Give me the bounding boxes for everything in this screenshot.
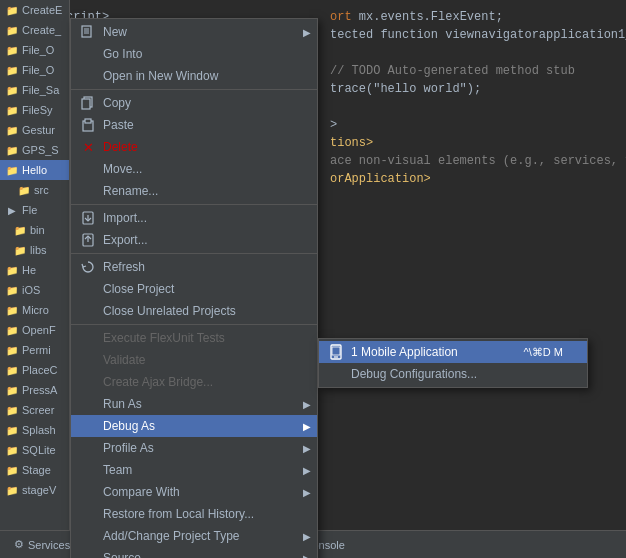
blank-icon [79,483,97,501]
blank-icon [79,45,97,63]
blank-icon [79,417,97,435]
submenu-arrow-active-icon: ▶ [303,421,311,432]
separator-4 [71,324,317,325]
separator-3 [71,253,317,254]
blank-icon [79,329,97,347]
svg-rect-14 [332,347,340,355]
blank-icon [79,549,97,558]
menu-item-paste[interactable]: Paste [71,114,317,136]
menu-item-refresh[interactable]: Refresh [71,256,317,278]
blank-icon [79,395,97,413]
export-icon [79,231,97,249]
debug-as-submenu: 1 Mobile Application ^\⌘D M Debug Config… [318,338,588,388]
blank-icon [79,461,97,479]
shortcut-label: ^\⌘D M [524,346,563,359]
context-menu-overlay: New ▶ Go Into Open in New Window Copy Pa… [0,0,626,558]
menu-item-open-new-window[interactable]: Open in New Window [71,65,317,87]
blank-icon [79,439,97,457]
copy-icon [79,94,97,112]
refresh-icon [79,258,97,276]
paste-icon [79,116,97,134]
submenu-arrow-icon: ▶ [303,531,311,542]
menu-item-import[interactable]: Import... [71,207,317,229]
submenu-arrow-icon: ▶ [303,443,311,454]
submenu-arrow-icon: ▶ [303,27,311,38]
svg-rect-5 [82,99,90,109]
blank-icon [327,365,345,383]
menu-item-move[interactable]: Move... [71,158,317,180]
blank-icon [79,505,97,523]
blank-icon [79,373,97,391]
menu-item-new[interactable]: New ▶ [71,21,317,43]
blank-icon [79,280,97,298]
mobile-app-icon [327,343,345,361]
menu-item-go-into[interactable]: Go Into [71,43,317,65]
submenu-arrow-icon: ▶ [303,399,311,410]
menu-item-profile-as[interactable]: Profile As ▶ [71,437,317,459]
svg-rect-7 [85,119,91,123]
menu-item-rename[interactable]: Rename... [71,180,317,202]
menu-item-delete[interactable]: ✕ Delete [71,136,317,158]
menu-item-restore-history[interactable]: Restore from Local History... [71,503,317,525]
delete-icon: ✕ [79,138,97,156]
menu-item-team[interactable]: Team ▶ [71,459,317,481]
menu-item-validate: Validate [71,349,317,371]
blank-icon [79,302,97,320]
menu-item-close-project[interactable]: Close Project [71,278,317,300]
menu-item-copy[interactable]: Copy [71,92,317,114]
blank-icon [79,182,97,200]
menu-item-source[interactable]: Source ▶ [71,547,317,558]
submenu-arrow-icon: ▶ [303,465,311,476]
blank-icon [79,351,97,369]
menu-item-compare-with[interactable]: Compare With ▶ [71,481,317,503]
submenu-item-mobile-app[interactable]: 1 Mobile Application ^\⌘D M [319,341,587,363]
submenu-arrow-icon: ▶ [303,487,311,498]
separator-2 [71,204,317,205]
submenu-arrow-icon: ▶ [303,553,311,559]
menu-item-close-unrelated[interactable]: Close Unrelated Projects [71,300,317,322]
separator-1 [71,89,317,90]
menu-item-ajax-bridge: Create Ajax Bridge... [71,371,317,393]
menu-item-run-as[interactable]: Run As ▶ [71,393,317,415]
blank-icon [79,160,97,178]
new-icon [79,23,97,41]
import-icon [79,209,97,227]
blank-icon [79,527,97,545]
menu-item-flexunit: Execute FlexUnit Tests [71,327,317,349]
menu-item-add-change-type[interactable]: Add/Change Project Type ▶ [71,525,317,547]
menu-item-debug-as[interactable]: Debug As ▶ [71,415,317,437]
blank-icon [79,67,97,85]
submenu-item-debug-configs[interactable]: Debug Configurations... [319,363,587,385]
context-menu: New ▶ Go Into Open in New Window Copy Pa… [70,18,318,558]
menu-item-export[interactable]: Export... [71,229,317,251]
